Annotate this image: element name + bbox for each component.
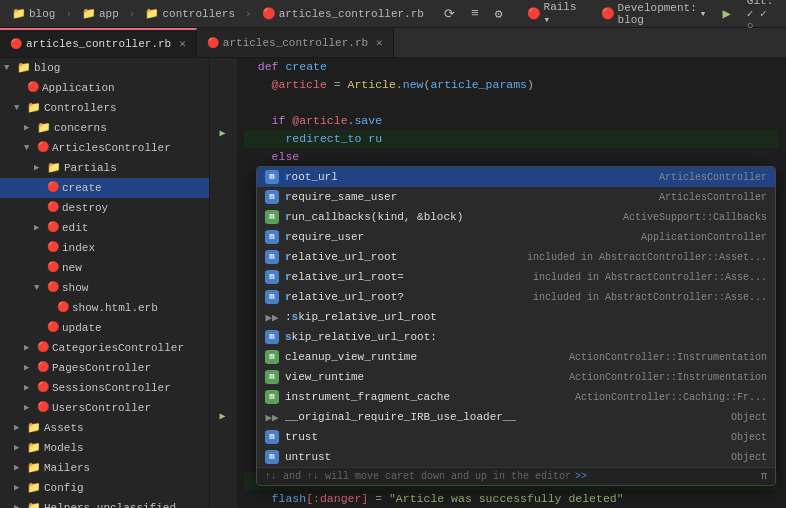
sidebar-item-sessions-controller[interactable]: ▶ 🔴 SessionsController xyxy=(0,378,209,398)
arrow-icon: ▶ xyxy=(34,219,44,237)
tab-label: articles_controller.rb xyxy=(26,38,171,50)
tab-articles-controller[interactable]: 🔴 articles_controller.rb ✕ xyxy=(0,28,197,57)
sidebar-item-destroy[interactable]: 🔴 destroy xyxy=(0,198,209,218)
toolbar-menu[interactable]: ≡ xyxy=(465,4,485,23)
toolbar-sync[interactable]: ⟳ xyxy=(438,4,461,24)
arrow-icon: ▶ xyxy=(14,479,24,497)
toolbar-app[interactable]: 📁 app xyxy=(76,5,125,22)
ac-item-relative-url-root[interactable]: m relative_url_root included in Abstract… xyxy=(257,247,775,267)
ac-item-untrust[interactable]: m untrust Object xyxy=(257,447,775,467)
ac-item-name: :skip_relative_url_root xyxy=(285,311,761,323)
ac-item-original-require[interactable]: ▶▶ __original_require_IRB_use_loader__ O… xyxy=(257,407,775,427)
toolbar-blog[interactable]: 📁 blog xyxy=(6,5,61,22)
gutter-run-mark[interactable]: ▶ xyxy=(210,125,235,142)
toolbar-dev-label: Development: blog xyxy=(618,2,697,26)
sidebar-item-edit[interactable]: ▶ 🔴 edit xyxy=(0,218,209,238)
ac-item-name: cleanup_view_runtime xyxy=(285,351,563,363)
ac-item-require-user[interactable]: m require_user ApplicationController xyxy=(257,227,775,247)
method-icon: 🔴 xyxy=(47,219,59,237)
gutter-mark-1 xyxy=(210,58,235,75)
ac-item-require-same-user[interactable]: m require_same_user ArticlesController xyxy=(257,187,775,207)
tab-close-icon2[interactable]: ✕ xyxy=(376,36,383,49)
ac-item-skip-relative-url-root[interactable]: ▶▶ :skip_relative_url_root xyxy=(257,307,775,327)
folder-icon: 📁 xyxy=(82,7,96,20)
ac-method-icon: m xyxy=(265,170,279,184)
method-icon: 🔴 xyxy=(47,319,59,337)
ac-item-module: Object xyxy=(731,412,767,423)
ac-item-name: run_callbacks(kind, &block) xyxy=(285,211,617,223)
sidebar-item-mailers[interactable]: ▶ 📁 Mailers xyxy=(0,458,209,478)
hint-link[interactable]: >> xyxy=(575,471,587,482)
sidebar-item-application[interactable]: 🔴 Application xyxy=(0,78,209,98)
sidebar-item-categories-controller[interactable]: ▶ 🔴 CategoriesController xyxy=(0,338,209,358)
toolbar-arrow: › xyxy=(245,8,252,20)
ac-item-root-url[interactable]: m root_url ArticlesController xyxy=(257,167,775,187)
sidebar-item-label: Config xyxy=(44,479,84,497)
toolbar-dev[interactable]: 🔴 Development: blog ▾ xyxy=(595,0,713,28)
tab-icon: 🔴 xyxy=(10,38,22,50)
sidebar-item-label: edit xyxy=(62,219,88,237)
toolbar: 📁 blog › 📁 app › 📁 controllers › 🔴 artic… xyxy=(0,0,786,28)
ac-item-relative-url-root-q[interactable]: m relative_url_root? included in Abstrac… xyxy=(257,287,775,307)
sidebar-item-show[interactable]: ▼ 🔴 show xyxy=(0,278,209,298)
toolbar-controllers[interactable]: 📁 controllers xyxy=(139,5,241,22)
toolbar-rails-label: Rails ▾ xyxy=(544,1,577,26)
toolbar-settings[interactable]: ⚙ xyxy=(489,4,509,24)
sidebar-item-assets[interactable]: ▶ 📁 Assets xyxy=(0,418,209,438)
code-editor[interactable]: def create @article = Article.new(articl… xyxy=(236,58,786,508)
hint-icon: π xyxy=(761,471,767,482)
gutter-mark-6 xyxy=(210,141,235,158)
ruby-icon: 🔴 xyxy=(262,7,276,20)
ac-item-skip-relative-url-root-colon[interactable]: m skip_relative_url_root: xyxy=(257,327,775,347)
sidebar-item-label: Mailers xyxy=(44,459,90,477)
gutter-mark-7 xyxy=(210,158,235,175)
sidebar-item-label: concerns xyxy=(54,119,107,137)
tab-close-icon[interactable]: ✕ xyxy=(179,37,186,50)
toolbar-git[interactable]: Git: ✓ ✓ ○ xyxy=(741,0,779,34)
toolbar-rails[interactable]: 🔴 Rails ▾ xyxy=(521,0,583,28)
gutter-mark-11 xyxy=(210,225,235,242)
ac-item-module: included in AbstractController::Asse... xyxy=(533,292,767,303)
code-line-1: def create xyxy=(244,58,778,76)
ac-item-relative-url-root-eq[interactable]: m relative_url_root= included in Abstrac… xyxy=(257,267,775,287)
code-line-6: else xyxy=(244,148,778,166)
sidebar-item-pages-controller[interactable]: ▶ 🔴 PagesController xyxy=(0,358,209,378)
ac-method-icon: m xyxy=(265,270,279,284)
ac-item-run-callbacks[interactable]: m run_callbacks(kind, &block) ActiveSupp… xyxy=(257,207,775,227)
sidebar-item-new[interactable]: 🔴 new xyxy=(0,258,209,278)
folder-icon: 📁 xyxy=(37,119,51,137)
sidebar-item-partials[interactable]: ▶ 📁 Partials xyxy=(0,158,209,178)
gutter-mark-3 xyxy=(210,91,235,108)
folder-icon: 📁 xyxy=(27,459,41,477)
sidebar-item-concerns[interactable]: ▶ 📁 concerns xyxy=(0,118,209,138)
sidebar-item-articles-controller[interactable]: ▼ 🔴 ArticlesController xyxy=(0,138,209,158)
sidebar-item-controllers[interactable]: ▼ 📁 Controllers xyxy=(0,98,209,118)
arrow-icon: ▶ xyxy=(24,359,34,377)
toolbar-file[interactable]: 🔴 articles_controller.rb xyxy=(256,5,430,22)
toolbar-run[interactable]: ▶ xyxy=(716,3,736,24)
ac-item-instrument-fragment-cache[interactable]: m instrument_fragment_cache ActionContro… xyxy=(257,387,775,407)
ac-item-view-runtime[interactable]: m view_runtime ActionController::Instrum… xyxy=(257,367,775,387)
sidebar-item-config[interactable]: ▶ 📁 Config xyxy=(0,478,209,498)
sidebar-item-helpers[interactable]: ▶ 📁 Helpers unclassified xyxy=(0,498,209,508)
gutter-mark-17 xyxy=(210,325,235,342)
arrow-icon: ▶ xyxy=(24,399,34,417)
sidebar-item-blog[interactable]: ▼ 📁 blog xyxy=(0,58,209,78)
sidebar-item-create[interactable]: 🔴 create xyxy=(0,178,209,198)
tab-articles-controller-2[interactable]: 🔴 articles_controller.rb ✕ xyxy=(197,28,394,57)
sidebar-item-label: show.html.erb xyxy=(72,299,158,317)
gutter-mark-21 xyxy=(210,391,235,408)
sidebar-item-update[interactable]: 🔴 update xyxy=(0,318,209,338)
sidebar-item-users-controller[interactable]: ▶ 🔴 UsersController xyxy=(0,398,209,418)
hint-text: ↑↓ and ↑↓ will move caret down and up in… xyxy=(265,471,571,482)
sidebar-item-show-html[interactable]: 🔴 show.html.erb xyxy=(0,298,209,318)
sidebar-item-models[interactable]: ▶ 📁 Models xyxy=(0,438,209,458)
git-label: Git: ✓ ✓ ○ xyxy=(747,0,773,32)
gutter-run-mark2[interactable]: ▶ xyxy=(210,408,235,425)
tabbar: 🔴 articles_controller.rb ✕ 🔴 articles_co… xyxy=(0,28,786,58)
sidebar-item-index[interactable]: 🔴 index xyxy=(0,238,209,258)
ac-item-cleanup-view-runtime[interactable]: m cleanup_view_runtime ActionController:… xyxy=(257,347,775,367)
gutter-mark-20 xyxy=(210,375,235,392)
toolbar-controllers-label: controllers xyxy=(162,8,235,20)
ac-item-trust[interactable]: m trust Object xyxy=(257,427,775,447)
